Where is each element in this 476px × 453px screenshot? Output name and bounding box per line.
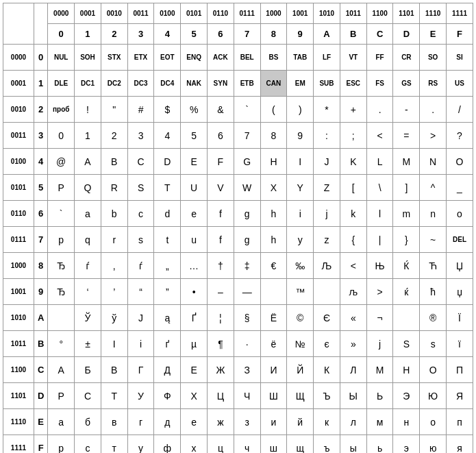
cell-12-0: А (48, 357, 75, 383)
row-label-hex-0: 0000 (3, 45, 34, 71)
cell-13-6: Ц (208, 383, 234, 409)
cell-14-15: п (447, 409, 473, 435)
cell-6-11: k (340, 201, 366, 227)
col-header-dec-12: C (366, 24, 393, 45)
cell-14-11: л (340, 409, 366, 435)
col-header-hex-1: 0001 (75, 3, 101, 24)
cell-6-0: ` (48, 201, 75, 227)
cell-10-3: J (127, 305, 154, 331)
cell-2-15: / (447, 97, 473, 123)
cell-1-13: GS (393, 71, 420, 97)
cell-9-8 (260, 279, 287, 305)
row-label-dec-4: 4 (34, 149, 47, 175)
cell-12-9: Й (287, 357, 314, 383)
cell-12-1: Б (75, 357, 101, 383)
cell-12-14: О (420, 357, 447, 383)
cell-2-6: & (208, 97, 234, 123)
cell-13-1: С (75, 383, 101, 409)
cell-10-9: © (287, 305, 314, 331)
cell-11-6: ¶ (208, 331, 234, 357)
cell-11-1: ± (75, 331, 101, 357)
cell-12-5: Е (181, 357, 208, 383)
row-label-hex-4: 0100 (3, 149, 34, 175)
cell-3-13: = (393, 123, 420, 149)
cell-8-13: Ќ (393, 253, 420, 279)
col-header-hex-9: 1001 (287, 3, 314, 24)
cell-8-9: ‰ (287, 253, 314, 279)
cell-1-8: CAN (260, 71, 287, 97)
col-header-hex-13: 1101 (393, 3, 420, 24)
cell-0-7: BEL (234, 45, 260, 71)
cell-8-5: … (181, 253, 208, 279)
cell-7-11: { (340, 227, 366, 253)
col-header-hex-8: 1000 (260, 3, 287, 24)
row-label-dec-6: 6 (34, 201, 47, 227)
cell-6-14: n (420, 201, 447, 227)
cell-7-9: y (287, 227, 314, 253)
cell-5-10: Z (314, 175, 340, 201)
character-table: 0000000100100011010001010110011110001001… (3, 3, 473, 453)
row-label-hex-9: 1001 (3, 279, 34, 305)
col-header-hex-10: 1010 (314, 3, 340, 24)
cell-5-11: [ (340, 175, 366, 201)
cell-3-15: ? (447, 123, 473, 149)
row-label-hex-5: 0101 (3, 175, 34, 201)
cell-12-15: П (447, 357, 473, 383)
cell-5-7: W (234, 175, 260, 201)
row-label-dec-9: 9 (34, 279, 47, 305)
cell-2-7: ` (234, 97, 260, 123)
cell-0-1: SOH (75, 45, 101, 71)
cell-0-11: VT (340, 45, 366, 71)
row-label-dec-15: F (34, 435, 47, 454)
cell-8-4: „ (154, 253, 181, 279)
cell-10-10: Є (314, 305, 340, 331)
cell-7-4: t (154, 227, 181, 253)
cell-11-5: µ (181, 331, 208, 357)
corner-cell (3, 3, 34, 45)
cell-6-5: e (181, 201, 208, 227)
cell-8-11: < (340, 253, 366, 279)
col-header-hex-0: 0000 (48, 3, 75, 24)
cell-8-14: Ћ (420, 253, 447, 279)
row-label-hex-13: 1101 (3, 383, 34, 409)
cell-14-1: б (75, 409, 101, 435)
cell-5-15: _ (447, 175, 473, 201)
cell-13-8: Ш (260, 383, 287, 409)
cell-15-6: ц (208, 435, 234, 454)
cell-8-6: † (208, 253, 234, 279)
cell-14-7: з (234, 409, 260, 435)
cell-15-13: э (393, 435, 420, 454)
cell-15-2: т (101, 435, 127, 454)
cell-14-13: н (393, 409, 420, 435)
col-header-hex-11: 1011 (340, 3, 366, 24)
cell-8-7: ‡ (234, 253, 260, 279)
cell-13-2: Т (101, 383, 127, 409)
cell-15-0: р (48, 435, 75, 454)
cell-12-6: Ж (208, 357, 234, 383)
cell-9-11: љ (340, 279, 366, 305)
cell-9-14: ħ (420, 279, 447, 305)
cell-0-4: EOT (154, 45, 181, 71)
row-label-dec-1: 1 (34, 71, 47, 97)
cell-13-7: Ч (234, 383, 260, 409)
cell-6-9: i (287, 201, 314, 227)
cell-4-7: G (234, 149, 260, 175)
cell-10-15: Ї (447, 305, 473, 331)
cell-6-7: g (234, 201, 260, 227)
cell-15-11: ы (340, 435, 366, 454)
col-header-hex-6: 0110 (208, 3, 234, 24)
cell-3-4: 4 (154, 123, 181, 149)
cell-10-5: Ґ (181, 305, 208, 331)
cell-2-14: . (420, 97, 447, 123)
cell-0-10: LF (314, 45, 340, 71)
cell-11-14: s (420, 331, 447, 357)
cell-3-3: 3 (127, 123, 154, 149)
cell-0-8: BS (260, 45, 287, 71)
col-header-hex-4: 0100 (154, 3, 181, 24)
cell-2-10: * (314, 97, 340, 123)
cell-15-8: ш (260, 435, 287, 454)
cell-12-7: З (234, 357, 260, 383)
row-label-hex-7: 0111 (3, 227, 34, 253)
row-label-dec-0: 0 (34, 45, 47, 71)
cell-5-13: ] (393, 175, 420, 201)
